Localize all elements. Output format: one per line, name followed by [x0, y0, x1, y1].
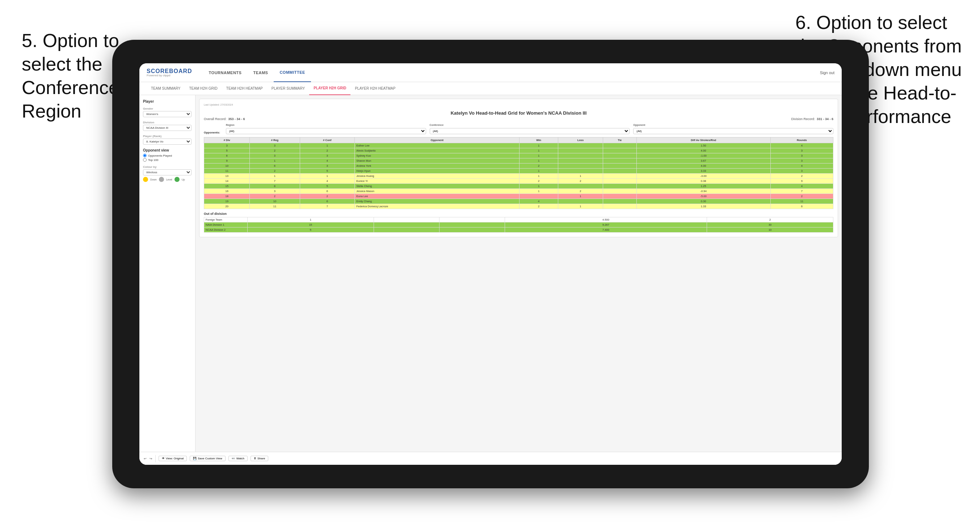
- filter-opponent-label: Opponent: [633, 124, 834, 126]
- filter-conference-group: Conference (All): [430, 124, 630, 134]
- sidebar-division-label: Division: [143, 121, 191, 124]
- player-rank-select[interactable]: 8. Katelyn Vo: [143, 138, 191, 145]
- dot-down-label: Down: [150, 178, 157, 181]
- view-original-label: View: Original: [166, 457, 183, 460]
- sub-nav-player-h2h-grid[interactable]: PLAYER H2H GRID: [309, 82, 350, 95]
- out-of-division-table: Foreign Team 1 4.500 2 NAIA Division 1 1…: [204, 217, 834, 233]
- sidebar-colour-section: Colour by Win/loss Down Level Up: [143, 165, 191, 182]
- watch-icon: 👀: [232, 457, 235, 460]
- sidebar-opponent-view-section: Opponent view Opponents Played Top 100: [143, 148, 191, 162]
- save-custom-view-label: Save Custom View: [198, 457, 222, 460]
- sidebar-player-rank-section: Player (Rank) 8. Katelyn Vo: [143, 135, 191, 145]
- sub-nav-player-summary[interactable]: PLAYER SUMMARY: [267, 82, 309, 95]
- dot-down: [143, 177, 148, 182]
- data-table: # Div # Reg # Conf Opponent Win Loss Tie…: [204, 137, 834, 209]
- sidebar-opponent-radio-2[interactable]: Top 100: [143, 158, 191, 162]
- nav-tournaments[interactable]: TOURNAMENTS: [203, 63, 248, 82]
- col-diff: Diff Av Strokes/Rnd: [636, 137, 770, 143]
- report-records: Overall Record: 353 - 34 - 6 Division Re…: [204, 117, 834, 121]
- sidebar-opponent-radio-1[interactable]: Opponents Played: [143, 154, 191, 157]
- toolbar-redo[interactable]: ↪: [150, 457, 153, 460]
- opponent-played-label: Opponents Played: [148, 154, 172, 157]
- col-win: Win: [520, 137, 558, 143]
- conference-filter-select[interactable]: (All): [430, 128, 630, 134]
- nav-committee[interactable]: COMMITTEE: [274, 63, 311, 82]
- content-area: Last Updated: 27/03/2024 Katelyn Vo Head…: [196, 95, 842, 452]
- table-row: 15 8 5 Stella Cheng 1 1.25 4: [204, 184, 834, 189]
- out-of-division-row: Foreign Team 1 4.500 2: [204, 217, 834, 222]
- sidebar-player-rank-label: Player (Rank): [143, 135, 191, 138]
- sidebar-colour-label: Colour by: [143, 165, 191, 168]
- overall-record: Overall Record: 353 - 34 - 6: [204, 117, 245, 121]
- sub-nav-team-h2h-grid[interactable]: TEAM H2H GRID: [185, 82, 222, 95]
- filter-conference-label: Conference: [430, 124, 630, 126]
- opponent-filter-select[interactable]: (All): [633, 128, 834, 134]
- report-container: Last Updated: 27/03/2024 Katelyn Vo Head…: [199, 99, 838, 237]
- filter-opponent-group: Opponent (All): [633, 124, 834, 134]
- sidebar-player-title: Player: [143, 100, 191, 103]
- dot-level: [159, 177, 164, 182]
- table-row: 3 3 1 Esther Lee 1 1.50 4: [204, 143, 834, 148]
- sub-nav: TEAM SUMMARY TEAM H2H GRID TEAM H2H HEAT…: [139, 82, 842, 95]
- out-of-division-row: NAIA Division 1 15 9.267 30: [204, 222, 834, 227]
- filter-region-label: Region: [226, 124, 426, 126]
- dot-up: [175, 177, 180, 182]
- colour-select[interactable]: Win/loss: [143, 169, 191, 175]
- last-updated: Last Updated: 27/03/2024: [204, 103, 233, 106]
- out-of-division-header: Out of division: [204, 212, 834, 216]
- gender-select[interactable]: Women's: [143, 111, 191, 117]
- filter-row: Opponents: Region (All) Conference (: [204, 124, 834, 134]
- col-div: # Div: [204, 137, 250, 143]
- filter-region-group: Region (All): [226, 124, 426, 134]
- col-opponent: Opponent: [355, 137, 520, 143]
- opponents-label: Opponents:: [204, 131, 220, 134]
- save-custom-view-btn[interactable]: 💾 Save Custom View: [190, 456, 225, 461]
- logo: SCOREBOARD Powered by clippd: [146, 68, 192, 77]
- table-row: 6 3 3 Sydney Kuo 1 -1.00 3: [204, 153, 834, 159]
- tablet-screen: SCOREBOARD Powered by clippd TOURNAMENTS…: [139, 63, 842, 465]
- division-record-value: 331 - 34 - 6: [817, 117, 834, 121]
- watch-label: Watch: [236, 457, 244, 460]
- share-label: Share: [258, 457, 265, 460]
- opponent-played-radio[interactable]: [143, 154, 146, 157]
- table-body: 3 3 1 Esther Lee 1 1.50 4 5 2 2 Alexis S…: [204, 143, 834, 209]
- table-row: 10 6 3 Andrea York 2 4.00 4: [204, 163, 834, 168]
- top100-label: Top 100: [148, 159, 158, 162]
- overall-record-label: Overall Record:: [204, 117, 227, 121]
- top100-radio[interactable]: [143, 158, 146, 162]
- watch-btn[interactable]: 👀 Watch: [228, 456, 248, 461]
- dot-up-label: Up: [182, 178, 185, 181]
- sidebar-gender-label: Gender: [143, 107, 191, 110]
- nav-items: TOURNAMENTS TEAMS COMMITTEE: [203, 63, 820, 82]
- col-conf: # Conf: [300, 137, 355, 143]
- view-original-icon: 👁: [162, 457, 165, 460]
- division-select[interactable]: NCAA Division III: [143, 125, 191, 131]
- region-filter-select[interactable]: (All): [226, 128, 426, 134]
- table-row: 20 11 7 Federica Domecq Lacroze 2 1 1.33…: [204, 204, 834, 209]
- save-icon: 💾: [193, 457, 197, 460]
- sub-nav-team-summary[interactable]: TEAM SUMMARY: [146, 82, 185, 95]
- share-btn[interactable]: ⬆ Share: [251, 456, 268, 461]
- table-row: 13 1 1 Jessica Huang 1 1 -3.00 2: [204, 174, 834, 179]
- top-nav: SCOREBOARD Powered by clippd TOURNAMENTS…: [139, 63, 842, 82]
- logo-sub: Powered by clippd: [146, 74, 192, 77]
- toolbar-undo[interactable]: ↩: [144, 457, 146, 460]
- sub-nav-player-h2h-heatmap[interactable]: PLAYER H2H HEATMAP: [350, 82, 400, 95]
- nav-right: Sign out: [820, 70, 834, 75]
- out-of-division-body: Foreign Team 1 4.500 2 NAIA Division 1 1…: [204, 217, 834, 233]
- sub-nav-team-h2h-heatmap[interactable]: TEAM H2H HEATMAP: [222, 82, 267, 95]
- view-original-btn[interactable]: 👁 View: Original: [159, 456, 187, 461]
- nav-teams[interactable]: TEAMS: [247, 63, 274, 82]
- col-loss: Loss: [558, 137, 603, 143]
- table-row: 5 2 2 Alexis Sudjianto 1 4.00 3: [204, 148, 834, 153]
- report-title: Katelyn Vo Head-to-Head Grid for Women's…: [204, 110, 834, 116]
- overall-record-value: 353 - 34 - 6: [228, 117, 245, 121]
- colour-dots: Down Level Up: [143, 177, 191, 182]
- table-header-row: # Div # Reg # Conf Opponent Win Loss Tie…: [204, 137, 834, 143]
- table-row: 9 1 4 Sharon Mun 1 3.67 3: [204, 159, 834, 163]
- sidebar-division-section: Division NCAA Division III: [143, 121, 191, 131]
- division-record: Division Record: 331 - 34 - 6: [791, 117, 834, 121]
- sign-out-link[interactable]: Sign out: [820, 70, 834, 75]
- report-header: Katelyn Vo Head-to-Head Grid for Women's…: [204, 110, 834, 121]
- main-content: Player Gender Women's Division NCAA Divi…: [139, 95, 842, 452]
